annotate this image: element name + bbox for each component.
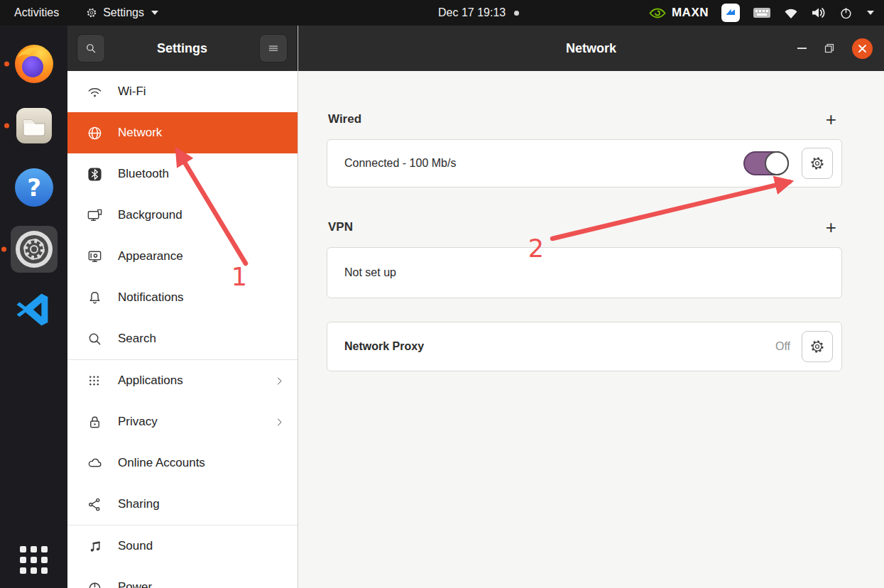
sidebar-item-sound[interactable]: Sound	[67, 526, 298, 567]
proxy-settings-button[interactable]	[802, 331, 833, 362]
add-vpn-button[interactable]: +	[826, 220, 836, 234]
sidebar-item-appearance[interactable]: Appearance	[67, 236, 298, 277]
sidebar-item-label: Appearance	[118, 249, 183, 263]
sidebar-item-sharing[interactable]: Sharing	[67, 484, 298, 525]
sidebar-item-applications[interactable]: Applications	[67, 360, 298, 401]
settings-gear-icon	[13, 229, 55, 270]
running-indicator	[4, 124, 9, 129]
wired-toggle[interactable]	[743, 151, 789, 175]
sidebar-item-label: Applications	[118, 374, 183, 388]
notification-dot-icon	[514, 11, 519, 16]
wifi-icon	[86, 83, 103, 100]
settings-sidebar: Settings Wi-Fi Network Bluetooth	[67, 26, 298, 588]
chevron-down-icon	[151, 11, 158, 15]
music-note-icon	[86, 538, 103, 555]
sidebar-item-notifications[interactable]: Notifications	[67, 277, 298, 318]
dock-item-settings[interactable]	[11, 226, 58, 273]
lock-icon	[86, 413, 103, 430]
close-icon	[858, 44, 867, 53]
wired-settings-button[interactable]	[802, 148, 833, 179]
search-icon	[84, 42, 97, 55]
sidebar-item-online-accounts[interactable]: Online Accounts	[67, 442, 298, 484]
search-icon	[86, 330, 103, 347]
sidebar-item-wifi[interactable]: Wi-Fi	[67, 71, 298, 112]
wired-status-label: Connected - 100 Mb/s	[344, 157, 743, 170]
power-icon[interactable]	[839, 6, 853, 20]
chevron-right-icon	[274, 417, 285, 428]
wired-section-title: Wired	[328, 112, 361, 126]
clock-button[interactable]: Dec 17 19:13	[438, 0, 519, 26]
vscode-icon	[13, 290, 52, 329]
running-indicator	[1, 247, 6, 252]
wifi-status-icon[interactable]	[784, 7, 798, 19]
proxy-status-label: Off	[775, 340, 790, 353]
primary-menu-button[interactable]	[259, 34, 288, 62]
chevron-right-icon	[274, 376, 285, 386]
sidebar-item-search[interactable]: Search	[67, 318, 298, 359]
sidebar-item-background[interactable]: Background	[67, 195, 298, 236]
sidebar-item-bluetooth[interactable]: Bluetooth	[67, 153, 298, 195]
app-menu-button[interactable]: Settings	[86, 6, 158, 19]
sidebar-item-privacy[interactable]: Privacy	[67, 401, 298, 442]
wired-section-header: Wired +	[327, 111, 842, 128]
nvidia-mode-label: MAXN	[672, 6, 709, 20]
system-menu-chevron-icon[interactable]	[867, 11, 874, 15]
share-icon	[86, 496, 103, 513]
sidebar-item-label: Background	[118, 208, 182, 222]
tray-app-icon[interactable]	[721, 4, 740, 22]
dock-item-vscode[interactable]	[13, 290, 55, 332]
globe-icon	[86, 124, 103, 141]
search-button[interactable]	[77, 34, 105, 62]
dock-item-firefox[interactable]	[13, 43, 55, 85]
sidebar-item-label: Notifications	[118, 290, 184, 305]
sidebar-item-label: Privacy	[118, 415, 158, 429]
vpn-status-label: Not set up	[344, 266, 833, 279]
sidebar-item-label: Online Accounts	[118, 456, 205, 470]
sidebar-item-label: Bluetooth	[118, 167, 169, 181]
desktop: Activities Settings Dec 17 19:13 MAXN	[0, 0, 884, 588]
sidebar-item-label: Wi-Fi	[118, 85, 146, 99]
vpn-section-header: VPN +	[327, 219, 842, 236]
sidebar-title: Settings	[157, 41, 207, 56]
vpn-section-title: VPN	[328, 220, 353, 234]
svg-text:?: ?	[27, 173, 41, 202]
dock: ?	[0, 26, 67, 588]
cloud-icon	[86, 454, 103, 472]
sidebar-item-label: Network	[118, 126, 162, 140]
bluetooth-icon	[86, 165, 103, 183]
minimize-button[interactable]	[797, 48, 807, 49]
dock-item-files[interactable]	[13, 105, 55, 146]
network-proxy-card: Network Proxy Off	[327, 322, 842, 371]
network-proxy-title: Network Proxy	[344, 340, 775, 353]
nvidia-icon	[649, 7, 666, 19]
gear-icon	[809, 156, 825, 171]
sidebar-item-label: Sound	[118, 539, 153, 553]
sidebar-item-network[interactable]: Network	[67, 112, 298, 153]
network-panel: Wired + Connected - 100 Mb/s	[298, 71, 884, 588]
hamburger-menu-icon	[267, 42, 280, 55]
running-indicator	[4, 62, 9, 67]
page-title: Network	[298, 41, 884, 56]
sidebar-headerbar: Settings	[67, 26, 298, 71]
sidebar-item-label: Sharing	[118, 497, 160, 511]
main-pane: Network Wired +	[298, 26, 884, 588]
keyboard-icon[interactable]	[753, 6, 771, 19]
settings-gear-icon	[86, 7, 97, 18]
clock-label: Dec 17 19:13	[438, 6, 506, 19]
top-bar: Activities Settings Dec 17 19:13 MAXN	[0, 0, 884, 26]
dock-item-help[interactable]: ?	[13, 167, 55, 208]
files-icon	[13, 105, 55, 146]
background-icon	[86, 207, 103, 224]
bell-icon	[86, 289, 103, 306]
close-button[interactable]	[852, 38, 873, 59]
sidebar-item-power[interactable]: Power	[67, 567, 298, 588]
volume-icon[interactable]	[811, 6, 826, 19]
help-icon: ?	[13, 167, 55, 208]
appearance-icon	[86, 248, 103, 265]
activities-button[interactable]: Activities	[14, 6, 59, 19]
maximize-button[interactable]	[824, 43, 835, 54]
add-wired-connection-button[interactable]: +	[826, 112, 836, 126]
app-menu-label: Settings	[103, 6, 144, 19]
sidebar-item-label: Search	[118, 332, 156, 346]
show-apps-button[interactable]	[20, 546, 48, 574]
